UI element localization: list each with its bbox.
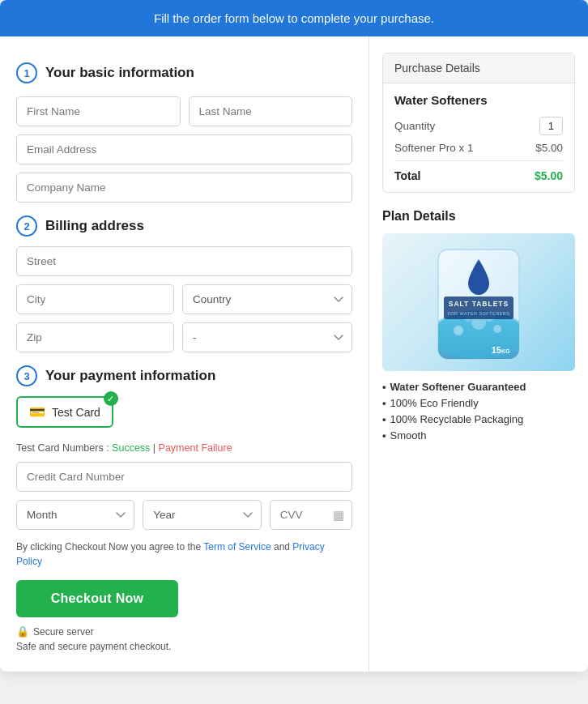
credit-card-icon: 💳 xyxy=(29,404,45,420)
city-country-row: Country xyxy=(16,284,352,314)
cvv-wrap: ▦ xyxy=(270,500,352,530)
test-card-button[interactable]: 💳 Test Card ✓ xyxy=(16,396,113,428)
street-row xyxy=(16,246,352,276)
plan-features-list: Water Softener Guaranteed 100% Eco Frien… xyxy=(382,381,575,442)
total-row: Total $5.00 xyxy=(394,160,563,182)
purchase-details-box: Purchase Details Water Softeners Quantit… xyxy=(382,53,575,193)
svg-text:SALT TABLETS: SALT TABLETS xyxy=(449,300,509,308)
purchase-details-header: Purchase Details xyxy=(383,53,574,83)
zip-state-row: - xyxy=(16,322,352,352)
softener-price: $5.00 xyxy=(535,142,563,154)
email-row xyxy=(16,134,352,164)
softener-row: Softener Pro x 1 $5.00 xyxy=(394,142,563,154)
softener-label: Softener Pro x 1 xyxy=(394,142,474,154)
svg-point-6 xyxy=(493,325,501,333)
billing-header: 2 Billing address xyxy=(16,215,352,237)
year-select[interactable]: Year 2024 2025 2026 2027 xyxy=(143,500,261,530)
payment-header: 3 Your payment information xyxy=(16,365,352,386)
salt-bag-svg: SALT TABLETS FOR WATER SOFTENERS 15KG xyxy=(434,241,523,363)
lock-icon: 🔒 xyxy=(16,625,29,638)
purchase-details-body: Water Softeners Quantity 1 Softener Pro … xyxy=(383,83,574,192)
feature-4-text: Smooth xyxy=(390,429,427,442)
test-card-wrap: 💳 Test Card ✓ xyxy=(16,396,352,436)
cvv-row: Month January February March April May J… xyxy=(16,500,352,530)
quantity-row: Quantity 1 xyxy=(394,117,563,135)
feature-1: Water Softener Guaranteed xyxy=(382,381,575,393)
country-select[interactable]: Country xyxy=(182,284,352,314)
page-wrapper: Fill the order form below to complete yo… xyxy=(0,0,588,672)
name-row xyxy=(16,96,352,126)
check-badge-icon: ✓ xyxy=(104,391,118,406)
feature-4: Smooth xyxy=(382,429,575,442)
success-link[interactable]: Success xyxy=(112,442,150,454)
secure-server-row: 🔒 Secure server xyxy=(16,625,352,638)
banner-text: Fill the order form below to complete yo… xyxy=(154,11,434,25)
basic-info-title: Your basic information xyxy=(45,65,194,81)
safe-text: Safe and secure payment checkout. xyxy=(16,641,352,652)
product-image: SALT TABLETS FOR WATER SOFTENERS 15KG xyxy=(382,233,575,371)
feature-2-text: 100% Eco Friendly xyxy=(390,397,479,409)
right-panel: Purchase Details Water Softeners Quantit… xyxy=(369,36,588,462)
left-panel: 1 Your basic information 2 Billing addre… xyxy=(0,36,369,672)
tos-link[interactable]: Term of Service xyxy=(203,541,271,553)
feature-3: 100% Recyclable Packaging xyxy=(382,413,575,425)
test-card-label: Test Card xyxy=(52,406,100,419)
state-select[interactable]: - xyxy=(182,322,352,352)
test-card-numbers: Test Card Numbers : Success | Payment Fa… xyxy=(16,442,352,454)
credit-card-input[interactable] xyxy=(16,462,352,492)
credit-card-row xyxy=(16,462,352,492)
payment-title: Your payment information xyxy=(45,368,215,384)
zip-input[interactable] xyxy=(16,322,174,352)
total-label: Total xyxy=(394,169,420,182)
product-name: Water Softeners xyxy=(394,93,563,107)
street-input[interactable] xyxy=(16,246,352,276)
main-content: 1 Your basic information 2 Billing addre… xyxy=(0,36,588,672)
section-1-number: 1 xyxy=(16,62,37,83)
test-card-prefix: Test Card Numbers : xyxy=(16,442,109,454)
feature-3-text: 100% Recyclable Packaging xyxy=(390,413,524,425)
basic-info-header: 1 Your basic information xyxy=(16,62,352,83)
terms-text: By clicking Checkout Now you agree to th… xyxy=(16,540,352,569)
quantity-value: 1 xyxy=(539,117,563,135)
top-banner: Fill the order form below to complete yo… xyxy=(0,0,588,36)
section-2-number: 2 xyxy=(16,215,37,237)
plan-details-title: Plan Details xyxy=(382,209,575,224)
first-name-input[interactable] xyxy=(16,96,181,126)
feature-1-text: Water Softener Guaranteed xyxy=(390,381,526,393)
email-input[interactable] xyxy=(16,134,352,164)
month-select[interactable]: Month January February March April May J… xyxy=(16,500,134,530)
terms-and: and xyxy=(274,541,290,553)
failure-link[interactable]: Payment Failure xyxy=(159,442,232,454)
billing-title: Billing address xyxy=(45,218,144,234)
company-name-input[interactable] xyxy=(16,173,352,203)
quantity-label: Quantity xyxy=(394,120,435,132)
total-value: $5.00 xyxy=(535,169,563,182)
section-3-number: 3 xyxy=(16,365,37,386)
terms-prefix: By clicking Checkout Now you agree to th… xyxy=(16,541,201,553)
card-back-icon: ▦ xyxy=(333,508,344,523)
feature-2: 100% Eco Friendly xyxy=(382,397,575,409)
svg-text:FOR WATER SOFTENERS: FOR WATER SOFTENERS xyxy=(447,311,509,316)
city-input[interactable] xyxy=(16,284,174,314)
secure-label: Secure server xyxy=(33,626,94,638)
svg-point-4 xyxy=(454,326,463,335)
checkout-button[interactable]: Checkout Now xyxy=(16,580,178,617)
company-row xyxy=(16,173,352,203)
last-name-input[interactable] xyxy=(189,96,353,126)
